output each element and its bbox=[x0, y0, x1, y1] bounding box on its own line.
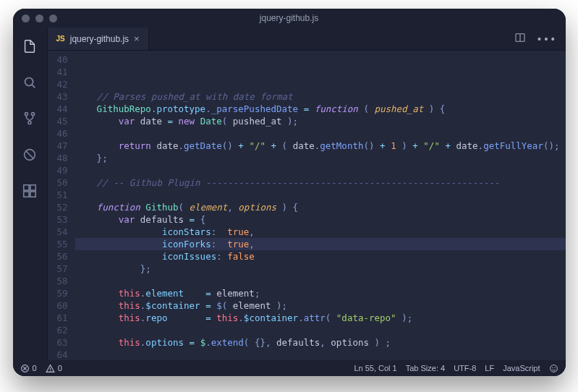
source-control-icon[interactable] bbox=[13, 107, 48, 130]
code-line[interactable] bbox=[75, 275, 566, 287]
line-number: 45 bbox=[48, 115, 68, 127]
code-line[interactable] bbox=[75, 164, 566, 176]
code-line[interactable]: function Github( element, options ) { bbox=[75, 201, 566, 213]
code-line[interactable] bbox=[75, 349, 566, 360]
status-cursor[interactable]: Ln 55, Col 1 bbox=[354, 364, 396, 372]
line-number-gutter: 4041424344454647484950515253545556575859… bbox=[48, 51, 75, 360]
line-number: 63 bbox=[48, 336, 68, 349]
status-bar: 0 0 Ln 55, Col 1 Tab Size: 4 UTF-8 LF Ja… bbox=[13, 360, 566, 376]
close-tab-icon[interactable]: × bbox=[134, 33, 140, 44]
line-number: 51 bbox=[48, 189, 68, 201]
editor-body: JS jquery-github.js × ••• 40414243444546… bbox=[13, 27, 566, 360]
line-number: 49 bbox=[48, 164, 68, 176]
feedback-icon[interactable] bbox=[549, 364, 558, 373]
code-line[interactable]: this.element = element; bbox=[75, 287, 566, 299]
more-actions-icon[interactable]: ••• bbox=[536, 33, 556, 45]
status-language[interactable]: JavaScript bbox=[503, 364, 540, 372]
tab-actions: ••• bbox=[514, 27, 565, 50]
code-line[interactable]: // Parses pushed_at with date format bbox=[75, 90, 566, 103]
js-file-icon: JS bbox=[56, 35, 65, 43]
status-encoding[interactable]: UTF-8 bbox=[454, 364, 476, 372]
status-tabsize[interactable]: Tab Size: 4 bbox=[406, 364, 445, 372]
code-line[interactable]: this.$container = $( element ); bbox=[75, 299, 566, 312]
line-number: 61 bbox=[48, 312, 68, 324]
code-line[interactable]: var defaults = { bbox=[75, 213, 566, 226]
code-line[interactable] bbox=[75, 324, 566, 336]
line-number: 54 bbox=[48, 226, 68, 238]
line-number: 62 bbox=[48, 324, 68, 336]
code-line[interactable]: GithubRepo.prototype._parsePushedDate = … bbox=[75, 103, 566, 115]
line-number: 44 bbox=[48, 103, 68, 115]
svg-point-4 bbox=[28, 121, 31, 124]
line-number: 52 bbox=[48, 201, 68, 213]
main-area: JS jquery-github.js × ••• 40414243444546… bbox=[48, 27, 566, 360]
line-number: 53 bbox=[48, 213, 68, 226]
line-number: 55 bbox=[48, 238, 68, 250]
svg-point-3 bbox=[32, 113, 35, 116]
code-line[interactable]: iconForks: true, bbox=[75, 238, 566, 250]
line-number: 40 bbox=[48, 54, 68, 66]
svg-rect-10 bbox=[30, 185, 35, 190]
svg-line-6 bbox=[26, 151, 34, 159]
line-number: 64 bbox=[48, 349, 68, 360]
code-line[interactable] bbox=[75, 127, 566, 140]
explorer-icon[interactable] bbox=[13, 35, 48, 58]
svg-rect-9 bbox=[30, 192, 35, 197]
code-line[interactable]: iconStars: true, bbox=[75, 226, 566, 238]
svg-point-20 bbox=[554, 367, 555, 367]
editor-tab[interactable]: JS jquery-github.js × bbox=[48, 27, 149, 50]
search-icon[interactable] bbox=[13, 71, 48, 94]
code-line[interactable]: }; bbox=[75, 263, 566, 275]
code-line[interactable]: var date = new Date( pushed_at ); bbox=[75, 115, 566, 127]
code-line[interactable]: return date.getDate() + "/" + ( date.get… bbox=[75, 140, 566, 152]
editor-window: jquery-github.js JS bbox=[13, 9, 566, 376]
split-editor-icon[interactable] bbox=[514, 32, 526, 46]
svg-rect-8 bbox=[24, 192, 29, 197]
status-eol[interactable]: LF bbox=[485, 364, 494, 372]
line-number: 46 bbox=[48, 127, 68, 140]
svg-point-2 bbox=[25, 113, 27, 116]
code-area[interactable]: // Parses pushed_at with date format Git… bbox=[75, 51, 566, 360]
line-number: 59 bbox=[48, 287, 68, 299]
extensions-icon[interactable] bbox=[13, 179, 48, 203]
code-line[interactable]: iconIssues: false bbox=[75, 250, 566, 263]
code-line[interactable]: // -- Github Plugin --------------------… bbox=[75, 176, 566, 189]
svg-point-17 bbox=[50, 370, 51, 371]
line-number: 47 bbox=[48, 140, 68, 152]
debug-icon[interactable] bbox=[13, 143, 48, 166]
line-number: 58 bbox=[48, 275, 68, 287]
code-line[interactable]: this.options = $.extend( {}, defaults, o… bbox=[75, 336, 566, 349]
titlebar: jquery-github.js bbox=[13, 9, 566, 27]
svg-point-19 bbox=[552, 367, 553, 367]
tab-bar: JS jquery-github.js × ••• bbox=[48, 27, 566, 51]
code-line[interactable]: }; bbox=[75, 152, 566, 164]
code-line[interactable] bbox=[75, 189, 566, 201]
svg-point-0 bbox=[25, 78, 33, 86]
line-number: 41 bbox=[48, 66, 68, 78]
status-errors[interactable]: 0 bbox=[20, 364, 37, 373]
svg-line-1 bbox=[32, 85, 35, 88]
status-warnings[interactable]: 0 bbox=[46, 364, 62, 373]
line-number: 42 bbox=[48, 78, 68, 90]
line-number: 50 bbox=[48, 176, 68, 189]
svg-rect-7 bbox=[24, 185, 29, 190]
line-number: 48 bbox=[48, 152, 68, 164]
code-editor[interactable]: 4041424344454647484950515253545556575859… bbox=[48, 51, 566, 360]
activity-bar bbox=[13, 27, 48, 360]
tab-label: jquery-github.js bbox=[70, 34, 129, 44]
line-number: 57 bbox=[48, 263, 68, 275]
code-line[interactable]: this.repo = this.$container.attr( "data-… bbox=[75, 312, 566, 324]
line-number: 60 bbox=[48, 299, 68, 312]
line-number: 56 bbox=[48, 250, 68, 263]
line-number: 43 bbox=[48, 90, 68, 103]
window-title: jquery-github.js bbox=[13, 13, 566, 23]
svg-point-18 bbox=[550, 365, 557, 372]
